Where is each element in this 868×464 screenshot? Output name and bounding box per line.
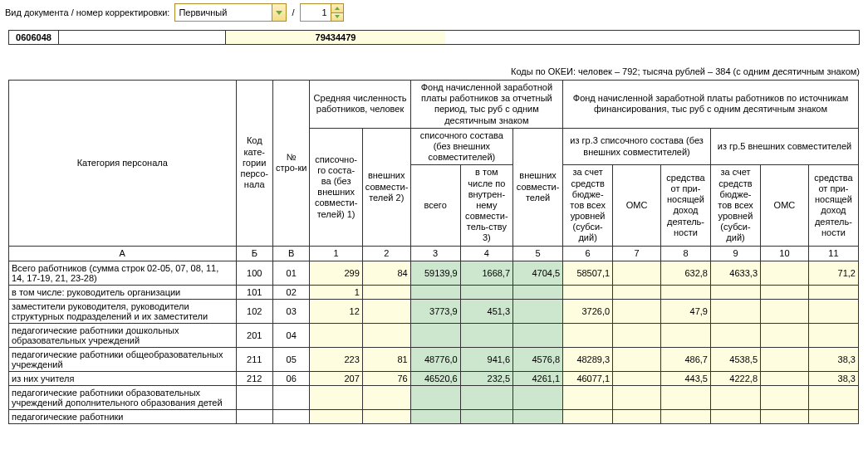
cell-v3[interactable]: 46520,6 <box>410 371 460 385</box>
cell-v3[interactable]: 48776,0 <box>410 347 460 371</box>
cell-v7[interactable] <box>613 261 661 285</box>
cell-v2[interactable]: 84 <box>362 261 410 285</box>
cell-v8[interactable] <box>660 285 710 299</box>
doc-type-select[interactable] <box>174 3 287 22</box>
spinner-down[interactable] <box>331 12 343 22</box>
cell-v11[interactable]: 71,2 <box>808 261 858 285</box>
cell-v6[interactable]: 3726,0 <box>563 299 613 323</box>
cell-v2[interactable]: 81 <box>362 347 410 371</box>
cell-v2[interactable] <box>362 385 410 409</box>
cell-v5[interactable] <box>513 285 563 299</box>
cell-v2[interactable] <box>362 285 410 299</box>
cell-v3[interactable] <box>410 385 460 409</box>
cell-v6[interactable]: 48289,3 <box>563 347 613 371</box>
cell-v3[interactable]: 3773,9 <box>410 299 460 323</box>
cell-v9[interactable] <box>710 409 760 423</box>
cell-v7[interactable] <box>613 285 661 299</box>
cell-v10[interactable] <box>761 409 809 423</box>
cell-v3[interactable] <box>410 409 460 423</box>
cell-v5[interactable]: 4576,8 <box>513 347 563 371</box>
cell-v3[interactable] <box>410 323 460 347</box>
cell-v4[interactable] <box>460 385 512 409</box>
cell-v1[interactable]: 299 <box>310 261 362 285</box>
cell-v11[interactable] <box>808 323 858 347</box>
cell-v2[interactable] <box>362 323 410 347</box>
cell-v6[interactable] <box>563 385 613 409</box>
cell-v8[interactable]: 486,7 <box>660 347 710 371</box>
cell-v4[interactable] <box>460 285 512 299</box>
cell-v9[interactable]: 4222,8 <box>710 371 760 385</box>
doc-type-input[interactable] <box>175 4 272 21</box>
cell-v5[interactable] <box>513 385 563 409</box>
cell-v8[interactable]: 632,8 <box>660 261 710 285</box>
cell-v6[interactable] <box>563 285 613 299</box>
cell-v4[interactable] <box>460 409 512 423</box>
cell-v11[interactable]: 38,3 <box>808 347 858 371</box>
cell-v11[interactable]: 38,3 <box>808 371 858 385</box>
cell-v8[interactable] <box>660 385 710 409</box>
cell-v5[interactable] <box>513 299 563 323</box>
cell-v5[interactable]: 4704,5 <box>513 261 563 285</box>
cell-v1[interactable] <box>310 409 362 423</box>
cell-v4[interactable]: 232,5 <box>460 371 512 385</box>
cell-v10[interactable] <box>761 299 809 323</box>
cell-v4[interactable]: 1668,7 <box>460 261 512 285</box>
cell-code <box>236 409 272 423</box>
cn-4: 4 <box>460 246 512 261</box>
cell-v11[interactable] <box>808 299 858 323</box>
cell-v7[interactable] <box>613 299 661 323</box>
cell-v4[interactable]: 451,3 <box>460 299 512 323</box>
cell-v7[interactable] <box>613 323 661 347</box>
cell-v10[interactable] <box>761 371 809 385</box>
cell-v9[interactable]: 4633,3 <box>710 261 760 285</box>
cell-category: педагогические работники <box>9 409 237 423</box>
cell-v8[interactable] <box>660 409 710 423</box>
cell-v9[interactable] <box>710 299 760 323</box>
cell-v1[interactable]: 207 <box>310 371 362 385</box>
cell-v1[interactable]: 1 <box>310 285 362 299</box>
cell-v1[interactable]: 223 <box>310 347 362 371</box>
cell-v11[interactable] <box>808 385 858 409</box>
cell-v2[interactable] <box>362 409 410 423</box>
cell-v11[interactable] <box>808 285 858 299</box>
doc-type-dropdown-btn[interactable] <box>272 4 286 21</box>
cell-v6[interactable]: 58507,1 <box>563 261 613 285</box>
cell-v7[interactable] <box>613 347 661 371</box>
cell-v1[interactable]: 12 <box>310 299 362 323</box>
cell-v10[interactable] <box>761 323 809 347</box>
corr-no-input[interactable] <box>301 4 331 21</box>
cell-v5[interactable]: 4261,1 <box>513 371 563 385</box>
cell-v9[interactable]: 4538,5 <box>710 347 760 371</box>
cell-v10[interactable] <box>761 385 809 409</box>
cell-v2[interactable]: 76 <box>362 371 410 385</box>
cell-v4[interactable] <box>460 323 512 347</box>
cell-v8[interactable]: 443,5 <box>660 371 710 385</box>
corr-no-spinner[interactable] <box>300 3 344 22</box>
cell-v5[interactable] <box>513 409 563 423</box>
cell-v5[interactable] <box>513 323 563 347</box>
cell-v3[interactable]: 59139,9 <box>410 261 460 285</box>
cell-v1[interactable] <box>310 385 362 409</box>
cell-v6[interactable] <box>563 409 613 423</box>
cell-v2[interactable] <box>362 299 410 323</box>
cell-v9[interactable] <box>710 285 760 299</box>
table-row: Всего работников (сумма строк 02-05, 07,… <box>9 261 859 285</box>
cell-v4[interactable]: 941,6 <box>460 347 512 371</box>
cell-v3[interactable] <box>410 285 460 299</box>
cell-v6[interactable] <box>563 323 613 347</box>
chevron-down-icon <box>335 15 340 18</box>
cell-v11[interactable] <box>808 409 858 423</box>
spinner-up[interactable] <box>331 4 343 12</box>
cell-v1[interactable] <box>310 323 362 347</box>
cell-v10[interactable] <box>761 261 809 285</box>
cell-v7[interactable] <box>613 409 661 423</box>
cell-v10[interactable] <box>761 347 809 371</box>
cell-v7[interactable] <box>613 385 661 409</box>
cell-v7[interactable] <box>613 371 661 385</box>
cell-v6[interactable]: 46077,1 <box>563 371 613 385</box>
cell-v10[interactable] <box>761 285 809 299</box>
cell-v9[interactable] <box>710 323 760 347</box>
cell-v8[interactable] <box>660 323 710 347</box>
cell-v8[interactable]: 47,9 <box>660 299 710 323</box>
cell-v9[interactable] <box>710 385 760 409</box>
